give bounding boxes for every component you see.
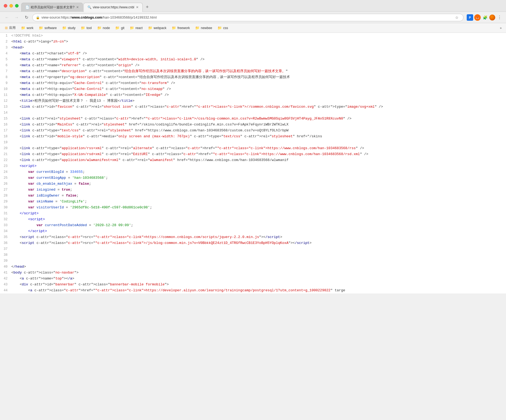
bookmark-tool[interactable]: 📁 tool — [79, 25, 94, 31]
line-content: <link c-attr">id="favicon" c-attr">rel="… — [11, 104, 506, 110]
line-number: 14 — [0, 110, 11, 116]
bookmark-newbee[interactable]: 📁 newbee — [193, 25, 214, 31]
line-content: <link c-attr">rel="stylesheet" c-attr">c… — [11, 116, 506, 122]
line-number: 24 — [0, 169, 11, 175]
star-icon[interactable]: ☆ — [454, 14, 460, 21]
forward-button[interactable]: → — [13, 14, 20, 21]
folder-react-icon: 📁 — [130, 26, 134, 30]
source-line: 25 var currentBlogApp = 'han-1034683568'… — [0, 175, 506, 181]
minimize-window-button[interactable] — [9, 4, 13, 8]
bookmark-webpack[interactable]: 📁 webpack — [146, 25, 168, 31]
source-line: 3<head> — [0, 45, 506, 51]
line-content — [11, 110, 506, 116]
line-number: 36 — [0, 240, 11, 246]
source-line: 27 var isLogined = true; — [0, 187, 506, 193]
extension-firefox[interactable]: 🦊 — [474, 14, 481, 21]
line-number: 41 — [0, 270, 11, 276]
apps-grid-icon: ⊞ — [5, 26, 8, 30]
source-line: 32 <script> — [0, 216, 506, 222]
source-line: 18 <link c-attr">id="mobile-style" c-att… — [0, 134, 506, 139]
folder-freework-icon: 📁 — [172, 26, 176, 30]
bookmark-software[interactable]: 📁 software — [37, 25, 59, 31]
maximize-window-button[interactable] — [15, 4, 19, 8]
source-line: 13 <link c-attr">id="favicon" c-attr">re… — [0, 104, 506, 110]
line-number: 43 — [0, 282, 11, 288]
extension-ball[interactable] — [489, 15, 495, 20]
tab-article-close[interactable]: ✕ — [76, 6, 79, 9]
url-prefix: view-source:https:// — [41, 15, 72, 19]
line-number: 20 — [0, 145, 11, 151]
line-number: 42 — [0, 276, 11, 282]
line-number: 1 — [0, 33, 11, 39]
bookmark-apps[interactable]: ⊞ 应用 — [3, 25, 18, 31]
line-number: 23 — [0, 163, 11, 169]
line-content: <link c-attr">id="MainCss" c-attr">rel="… — [11, 122, 506, 128]
source-line: 2<html c-attr">lang="zh-cn"> — [0, 39, 506, 45]
source-line: 14 — [0, 110, 506, 116]
browser-menu-button[interactable]: ⋮ — [496, 14, 503, 21]
close-window-button[interactable] — [4, 4, 7, 8]
line-number: 11 — [0, 92, 11, 98]
extension-pocket[interactable]: P — [467, 14, 473, 21]
source-line: 5 <meta c-attr">name="viewport" c-attr">… — [0, 57, 506, 62]
line-number: 6 — [0, 62, 11, 68]
line-number: 18 — [0, 134, 11, 139]
source-line: 10 <meta c-attr">http-equiv="Cache-Contr… — [0, 86, 506, 92]
line-content: var currentBlogApp = 'han-1034683568'; — [11, 175, 506, 181]
line-content: var currentBlogId = 334655; — [11, 169, 506, 175]
lock-icon: 🔒 — [36, 16, 40, 19]
bookmark-work[interactable]: 📁 work — [19, 25, 36, 31]
source-line: 12 <title>程序员如何写好一篇技术文章？ - 我是13 - 博客园</t… — [0, 98, 506, 104]
bookmark-css[interactable]: 📁 css — [215, 25, 230, 31]
source-line: 31 </script> — [0, 211, 506, 216]
refresh-button[interactable]: ↻ — [23, 14, 30, 21]
source-line: 21 <link c-attr">type="application/rsd+x… — [0, 151, 506, 157]
bookmark-study[interactable]: 📁 study — [60, 25, 78, 31]
address-icons: ☆ — [454, 14, 460, 21]
line-number: 13 — [0, 104, 11, 110]
line-content — [11, 246, 506, 252]
source-line: 35 <script c-attr">class="c-attr">src=""… — [0, 234, 506, 240]
line-content: <link c-attr">type="application/rsd+xml"… — [11, 151, 506, 157]
tab-source-icon: 🔍 — [87, 5, 91, 9]
bookmark-freework[interactable]: 📁 freework — [170, 25, 192, 31]
folder-tool-icon: 📁 — [81, 26, 85, 30]
line-content: </head> — [11, 264, 506, 270]
line-number: 25 — [0, 175, 11, 181]
bookmarks-more-button[interactable]: » — [498, 25, 503, 31]
line-content — [11, 258, 506, 264]
bookmark-react[interactable]: 📁 react — [128, 25, 145, 31]
tab-article[interactable]: 📄 程序员如何写好一篇技术文章? ✕ — [21, 3, 83, 12]
bookmark-node[interactable]: 📁 node — [95, 25, 112, 31]
source-line: 37 — [0, 246, 506, 252]
line-number: 9 — [0, 80, 11, 86]
tab-source-title: view-source:https://www.cnbl — [93, 5, 134, 9]
line-number: 3 — [0, 45, 11, 51]
back-button[interactable]: ← — [3, 14, 11, 21]
source-line: 38 — [0, 252, 506, 258]
address-bar[interactable]: 🔒 view-source:https://www.cnblogs.com/ha… — [32, 14, 463, 21]
line-number: 26 — [0, 181, 11, 187]
bookmark-work-label: work — [27, 26, 33, 30]
line-content: <html c-attr">lang="zh-cn"> — [11, 39, 506, 45]
url-domain: www.cnblogs.com — [72, 15, 102, 19]
tab-source[interactable]: 🔍 view-source:https://www.cnbl ✕ — [83, 3, 143, 12]
line-content: <link c-attr">id="mobile-style" c-attr">… — [11, 134, 506, 139]
bookmark-git[interactable]: 📁 git — [113, 25, 127, 31]
source-line: 44 <a c-attr">class="c-attr">href=""c-at… — [0, 288, 506, 293]
title-bar: 📄 程序员如何写好一篇技术文章? ✕ 🔍 view-source:https:/… — [0, 0, 506, 12]
folder-css-icon: 📁 — [217, 26, 222, 30]
line-content: <meta c-attr">http-equiv="Cache-Control"… — [11, 80, 506, 86]
tab-source-close[interactable]: ✕ — [136, 6, 139, 9]
line-number: 8 — [0, 74, 11, 80]
extension-puzzle-icon[interactable]: 🧩 — [482, 14, 488, 21]
tab-article-icon: 📄 — [25, 5, 29, 9]
source-line: 36 <script c-attr">class="c-attr">src=""… — [0, 240, 506, 246]
line-content: <meta c-attr">http-equiv="X-UA-Compatibl… — [11, 92, 506, 98]
line-content: <a c-attr">class="c-attr">href=""c-attr"… — [11, 288, 506, 293]
new-tab-button[interactable]: + — [143, 3, 152, 12]
line-content — [11, 252, 506, 258]
folder-newbee-icon: 📁 — [195, 26, 199, 30]
address-bar-row: ← → ↻ 🔒 view-source:https://www.cnblogs.… — [0, 12, 506, 23]
folder-study-icon: 📁 — [62, 26, 66, 30]
